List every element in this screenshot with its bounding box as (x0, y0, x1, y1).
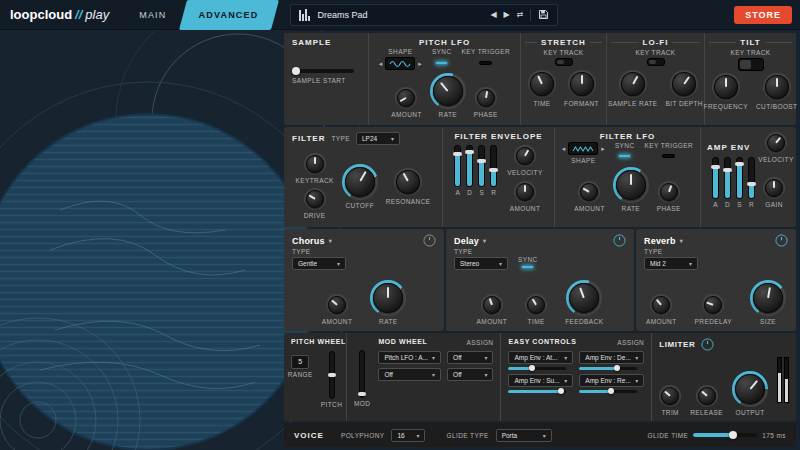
knob-label: AMOUNT (510, 205, 541, 212)
easy-assign-slot-3[interactable]: Amp Env : Su... ▾ (508, 374, 573, 387)
tab-advanced[interactable]: ADVANCED (183, 0, 275, 30)
release-slider[interactable]: R (748, 157, 755, 208)
save-icon[interactable] (538, 9, 549, 20)
easy-assign-slot-1[interactable]: Amp Env : At... ▾ (508, 351, 573, 364)
lfo-shape-selector[interactable] (568, 142, 598, 155)
delay-feedback-knob[interactable]: FEEDBACK (565, 280, 603, 325)
decay-slider[interactable]: D (466, 145, 473, 196)
lofi-key-track-toggle[interactable] (647, 58, 665, 66)
reverb-size-knob[interactable]: SIZE (750, 280, 786, 325)
mod-assign-slot-4[interactable]: Off ▾ (447, 368, 493, 381)
limiter-output-knob[interactable]: OUTPUT (732, 371, 768, 416)
chevron-down-icon: ▾ (564, 354, 567, 361)
tab-main[interactable]: MAIN (123, 0, 182, 30)
tilt-frequency-knob[interactable]: FREQUENCY (704, 73, 748, 110)
filter-lfo-rate-knob[interactable]: RATE (613, 167, 649, 212)
filter-env-amount-knob[interactable]: AMOUNT (507, 181, 542, 212)
sample-start-slider[interactable] (292, 69, 354, 73)
preset-next-button[interactable]: ▶ (504, 11, 510, 19)
decay-slider[interactable]: D (724, 157, 731, 208)
reverb-power-button[interactable] (775, 234, 788, 247)
mod-assign-slot-2[interactable]: Off ▾ (447, 351, 493, 364)
chorus-amount-knob[interactable]: AMOUNT (322, 294, 353, 325)
delay-amount-knob[interactable]: AMOUNT (477, 294, 508, 325)
delay-effect-select[interactable]: Delay ▾ (454, 236, 486, 246)
chorus-power-button[interactable] (423, 234, 436, 247)
release-slider[interactable]: R (490, 145, 497, 196)
shape-next-icon[interactable]: ▸ (601, 145, 605, 152)
chorus-type-select[interactable]: Gentle ▾ (292, 257, 346, 270)
easy-slider-3[interactable] (508, 390, 566, 393)
attack-slider[interactable]: A (454, 145, 461, 196)
delay-power-button[interactable] (613, 234, 626, 247)
reverb-predelay-knob[interactable]: PREDELAY (695, 294, 732, 325)
assign-label: ASSIGN (617, 339, 644, 346)
filter-lfo-amount-knob[interactable]: AMOUNT (574, 181, 605, 212)
key-trigger-led[interactable] (479, 61, 492, 65)
easy-slider-4[interactable] (579, 390, 637, 393)
knob-label: RESONANCE (386, 198, 431, 205)
pitch-lfo-amount-knob[interactable]: AMOUNT (391, 87, 422, 118)
sample-start-block: SAMPLE SAMPLE START (284, 33, 368, 125)
mod-assign-slot-1[interactable]: Pitch LFO : A... ▾ (378, 351, 441, 364)
lofi-sample-rate-knob[interactable]: SAMPLE RATE (608, 70, 657, 107)
pitch-wheel-slider[interactable] (329, 351, 335, 399)
pitch-lfo-phase-knob[interactable]: PHASE (474, 87, 498, 118)
range-label: RANGE (288, 371, 313, 378)
easy-assign-slot-4[interactable]: Amp Env : Re... ▾ (579, 374, 644, 387)
mod-wheel-slider[interactable] (359, 350, 365, 398)
polyphony-select[interactable]: 16 ▾ (391, 429, 425, 442)
limiter-trim-knob[interactable]: TRIM (659, 385, 681, 416)
stretch-key-track-toggle[interactable] (555, 58, 573, 66)
sustain-slider[interactable]: S (736, 157, 743, 208)
filter-lfo-phase-knob[interactable]: PHASE (657, 181, 681, 212)
filter-cutoff-knob[interactable]: CUTOFF (342, 164, 378, 209)
chorus-effect-select[interactable]: Chorus ▾ (292, 236, 332, 246)
sustain-slider[interactable]: S (478, 145, 485, 196)
tilt-key-track-toggle[interactable] (738, 58, 764, 71)
pitch-range-select[interactable]: 5 (291, 355, 309, 369)
stretch-formant-knob[interactable]: FORMANT (564, 70, 599, 107)
delay-type-select[interactable]: Stereo ▾ (454, 257, 508, 270)
glide-time-slider[interactable] (693, 433, 757, 437)
filter-title: FILTER (292, 134, 325, 143)
tilt-cut-boost-knob[interactable]: CUT/BOOST (756, 73, 798, 110)
delay-sync-led[interactable] (521, 265, 534, 269)
filter-drive-knob[interactable]: DRIVE (295, 188, 333, 219)
delay-time-knob[interactable]: TIME (525, 294, 547, 325)
slider-label: S (479, 189, 484, 196)
limiter-power-button[interactable] (701, 338, 714, 351)
shuffle-icon[interactable]: ⇄ (517, 11, 524, 19)
easy-assign-slot-2[interactable]: Amp Env : De... ▾ (579, 351, 644, 364)
shape-prev-icon[interactable]: ◂ (562, 145, 566, 152)
filter-type-select[interactable]: LP24 ▾ (356, 132, 400, 145)
knob-dial (763, 177, 785, 199)
glide-type-select[interactable]: Porta ▾ (496, 429, 552, 442)
attack-slider[interactable]: A (712, 157, 719, 208)
reverb-effect-select[interactable]: Reverb ▾ (644, 236, 683, 246)
preset-prev-button[interactable]: ◀ (490, 11, 496, 19)
lfo-shape-selector[interactable] (385, 57, 415, 70)
chorus-rate-knob[interactable]: RATE (370, 280, 406, 325)
stretch-time-knob[interactable]: TIME (528, 70, 556, 107)
lofi-bit-depth-knob[interactable]: BIT DEPTH (666, 70, 703, 107)
reverb-type-select[interactable]: Mid 2 ▾ (644, 257, 698, 270)
filter-keytrack-knob[interactable]: KEYTRACK (295, 153, 333, 184)
sync-led[interactable] (435, 61, 448, 65)
easy-slider-2[interactable] (579, 367, 637, 370)
shape-prev-icon[interactable]: ◂ (379, 60, 383, 67)
amp-env-gain-knob[interactable]: GAIN (763, 177, 785, 208)
filter-resonance-knob[interactable]: RESONANCE (386, 168, 431, 205)
filter-env-velocity-knob[interactable]: VELOCITY (507, 145, 542, 176)
shape-next-icon[interactable]: ▸ (418, 60, 422, 67)
key-trigger-led[interactable] (662, 154, 675, 158)
store-button[interactable]: STORE (734, 6, 792, 24)
pitch-lfo-rate-knob[interactable]: RATE (430, 73, 466, 118)
preset-name[interactable]: Dreams Pad (317, 10, 483, 20)
limiter-release-knob[interactable]: RELEASE (690, 385, 723, 416)
lofi-block: LO-FI KEY TRACK SAMPLE RATE BIT DEPTH (606, 33, 704, 125)
sync-led[interactable] (618, 154, 631, 158)
mod-assign-slot-3[interactable]: Off ▾ (378, 368, 441, 381)
easy-slider-1[interactable] (508, 367, 566, 370)
reverb-amount-knob[interactable]: AMOUNT (646, 294, 677, 325)
